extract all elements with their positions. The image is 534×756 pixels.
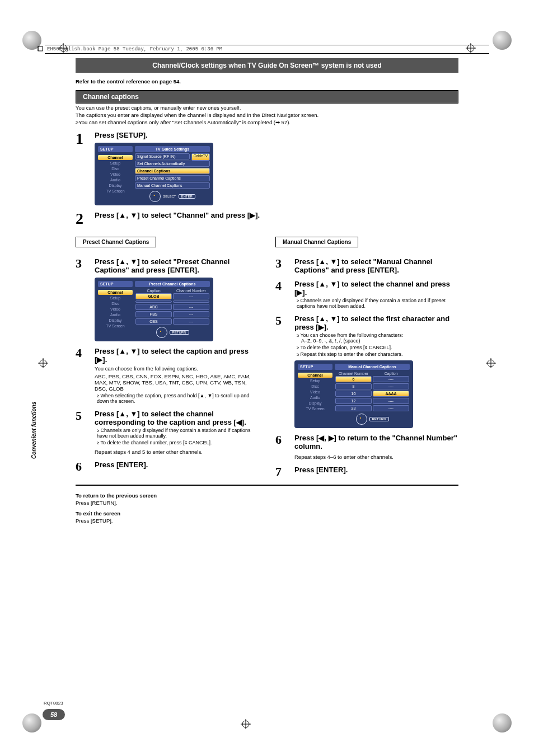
page-title: Channel/Clock settings when TV Guide On … xyxy=(76,58,458,73)
book-icon xyxy=(37,45,44,52)
decor-sphere xyxy=(22,713,41,732)
step-2: 2 Press [▲, ▼] to select "Channel" and p… xyxy=(76,211,458,227)
manual-page: EH50English.book Page 58 Tuesday, Februa… xyxy=(0,0,534,756)
step-3l-title: Press [▲, ▼] to select "Preset Channel C… xyxy=(95,257,259,274)
col-label: Preset Channel Captions xyxy=(76,237,156,247)
columns: Preset Channel Captions 3 Press [▲, ▼] t… xyxy=(76,237,458,478)
step-4r-title: Press [▲, ▼] to select the channel and p… xyxy=(294,280,458,297)
col-label: Manual Channel Captions xyxy=(275,237,358,247)
cropmark-icon xyxy=(486,358,496,368)
dpad-icon xyxy=(156,327,167,338)
step-5r-title: Press [▲, ▼] to select the first charact… xyxy=(294,314,458,331)
footer-notes: To return to the previous screen Press [… xyxy=(76,492,458,524)
step-1-title: Press [SETUP]. xyxy=(95,131,458,139)
step-6l-title: Press [ENTER]. xyxy=(95,461,259,469)
svg-rect-15 xyxy=(38,46,43,51)
section-heading: Channel captions xyxy=(76,90,458,104)
step-3r-title: Press [▲, ▼] to select "Manual Channel C… xyxy=(294,257,458,274)
step-7r-title: Press [ENTER]. xyxy=(294,466,458,474)
step-5l-title: Press [▲, ▼] to select the channel corre… xyxy=(95,410,259,426)
dpad-icon xyxy=(356,414,367,425)
step-4l-title: Press [▲, ▼] to select the caption and p… xyxy=(95,347,259,364)
osd-setup-screenshot: SETUP Channel Setup Disc Video Audio Dis… xyxy=(95,143,213,205)
column-preset: Preset Channel Captions 3 Press [▲, ▼] t… xyxy=(76,237,259,478)
decor-sphere xyxy=(493,31,512,50)
intro-text: You can use the preset captions, or manu… xyxy=(76,105,458,125)
side-tab-label: Convenient functions xyxy=(31,402,37,459)
page-number: 58 xyxy=(43,709,65,720)
step-6r-title: Press [◀, ▶] to return to the "Channel N… xyxy=(294,434,458,450)
step-1: 1 Press [SETUP]. SETUP Channel Setup Dis… xyxy=(76,131,458,205)
intro-bullet: ≥You can set channel captions only after… xyxy=(76,119,458,125)
cropmark-icon xyxy=(38,358,48,368)
column-manual: Manual Channel Captions 3 Press [▲, ▼] t… xyxy=(275,237,458,478)
osd-preset-screenshot: SETUP Channel Setup Disc Video Audio Dis… xyxy=(95,278,213,341)
dpad-icon xyxy=(149,191,161,202)
book-header: EH50English.book Page 58 Tuesday, Februa… xyxy=(45,45,489,54)
divider xyxy=(76,485,458,486)
decor-sphere xyxy=(493,713,512,732)
osd-manual-screenshot: SETUP Channel Setup Disc Video Audio Dis… xyxy=(294,360,413,428)
cropmark-icon xyxy=(241,719,251,729)
ref-note: Refer to the control reference on page 5… xyxy=(76,78,458,84)
step-2-title: Press [▲, ▼] to select "Channel" and pre… xyxy=(95,211,458,219)
doc-code: RQT8023 xyxy=(44,701,63,706)
